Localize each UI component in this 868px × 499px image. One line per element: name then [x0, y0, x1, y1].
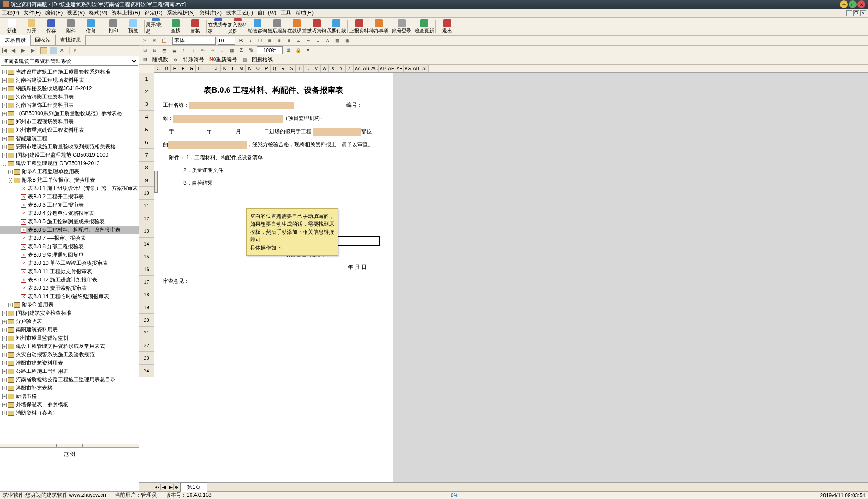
- special-char-button[interactable]: 特殊符号: [181, 56, 206, 63]
- col-header[interactable]: T: [296, 65, 304, 72]
- col-header[interactable]: H: [196, 65, 204, 72]
- exit-button[interactable]: 退出: [437, 18, 457, 35]
- expert-button[interactable]: 在线找专家: [208, 18, 228, 35]
- tree-node[interactable]: [+]河南省装饰工程资料用表: [0, 101, 139, 109]
- side-tab[interactable]: 查找结果: [55, 35, 86, 45]
- row-header[interactable]: 7: [139, 149, 154, 162]
- tree-node[interactable]: [+]河南省质检站公路工程施工监理用表总目录: [0, 376, 139, 384]
- mdi-restore[interactable]: ❐: [853, 10, 859, 16]
- tree-twisty[interactable]: [+]: [2, 411, 7, 415]
- col-header[interactable]: G: [187, 65, 196, 72]
- year-field[interactable]: [176, 128, 207, 135]
- col-header[interactable]: S: [287, 65, 296, 72]
- save-button[interactable]: 保存: [41, 18, 61, 35]
- sort-asc-icon[interactable]: ↑: [180, 46, 187, 54]
- row-header[interactable]: 16: [139, 263, 154, 276]
- symbol-icon[interactable]: ⊕: [172, 56, 180, 64]
- tree-twisty[interactable]: [+]: [2, 386, 7, 390]
- col-header[interactable]: AE: [387, 65, 395, 72]
- tree-node[interactable]: X表B.0.9 监理通知回复单: [0, 251, 139, 259]
- percent-icon[interactable]: %: [247, 46, 255, 54]
- collapse-handle[interactable]: [154, 171, 158, 193]
- filter-icon[interactable]: ▼: [72, 47, 79, 54]
- tree-twisty[interactable]: [+]: [2, 311, 7, 316]
- col-header[interactable]: AG: [404, 65, 412, 72]
- menu-item[interactable]: 帮助(H): [296, 10, 314, 16]
- col-header[interactable]: AB: [362, 65, 370, 72]
- tree-twisty[interactable]: [+]: [2, 70, 7, 74]
- login-button[interactable]: 账号登录: [392, 18, 411, 35]
- tree-twisty[interactable]: [+]: [2, 95, 7, 99]
- indent-dec-icon[interactable]: ⇤: [199, 46, 207, 54]
- row-header[interactable]: 8: [139, 162, 154, 174]
- col-header[interactable]: I: [204, 65, 212, 72]
- menu-item[interactable]: 窗口(W): [258, 10, 276, 16]
- valign-top-icon[interactable]: ⫠: [295, 37, 303, 45]
- tree-node[interactable]: [+]郑州市重点建设工程资料用表: [0, 126, 139, 134]
- row-header[interactable]: 13: [139, 225, 154, 238]
- tree-node[interactable]: [+]智能建筑工程: [0, 134, 139, 143]
- delete-icon[interactable]: ✕: [60, 47, 67, 54]
- sum-icon[interactable]: Σ: [237, 46, 245, 54]
- print-icon[interactable]: 🖶: [285, 46, 293, 54]
- col-header[interactable]: AH: [412, 65, 420, 72]
- col-header[interactable]: J: [212, 65, 221, 72]
- col-header[interactable]: O: [254, 65, 262, 72]
- tree-node[interactable]: X表B.0.1 施工组织设计/（专项）施工方案报审表: [0, 184, 139, 193]
- col-header[interactable]: P: [262, 65, 271, 72]
- row-header[interactable]: 23: [139, 352, 154, 365]
- tree-node[interactable]: [+][国标]建筑安全检查标准: [0, 309, 139, 317]
- valign-bot-icon[interactable]: ⫠: [314, 37, 322, 45]
- col-header[interactable]: W: [321, 65, 329, 72]
- tab-next[interactable]: ▶: [167, 484, 174, 490]
- tree-twisty[interactable]: [+]: [2, 327, 7, 332]
- print-button[interactable]: 打印: [103, 18, 123, 35]
- tree-node[interactable]: X表B.0.14 工程临时/最终延期报审表: [0, 292, 139, 301]
- align-left-icon[interactable]: ≡: [266, 37, 274, 45]
- col-header[interactable]: V: [312, 65, 321, 72]
- sticky-note[interactable]: 空白的位置是需要自己手动填写的，如果想要自动生成的话，需要找到原模板，然后手动添…: [246, 208, 338, 256]
- tree-node[interactable]: X表B.0.4 分包单位资格报审表: [0, 209, 139, 218]
- row-header[interactable]: 1: [139, 73, 154, 85]
- tree-twisty[interactable]: [+]: [2, 394, 7, 399]
- upload-button[interactable]: 上报资料: [349, 18, 369, 35]
- tree-twisty[interactable]: [+]: [2, 336, 7, 341]
- nav-first-icon[interactable]: |◀: [2, 47, 9, 54]
- indent-inc-icon[interactable]: ⇥: [208, 46, 216, 54]
- tree-node[interactable]: X表B.0.11 工程款支付报审表: [0, 267, 139, 276]
- tree-twisty[interactable]: [+]: [2, 86, 7, 91]
- tree-node[interactable]: X表B.0.10 单位工程竣工验收报审表: [0, 259, 139, 267]
- attach-button[interactable]: 附件: [61, 18, 81, 35]
- tree-node[interactable]: X表B.0.12 施工进度计划报审表: [0, 276, 139, 284]
- underline-icon[interactable]: U: [256, 37, 264, 45]
- sort-desc-icon[interactable]: ↓: [189, 46, 197, 54]
- location-field[interactable]: [313, 128, 361, 136]
- mdi-close[interactable]: ×: [860, 10, 866, 16]
- nav-last-icon[interactable]: ▶|: [31, 47, 38, 54]
- tree-twisty[interactable]: [+]: [2, 352, 7, 357]
- menu-item[interactable]: 资料上报(R): [112, 10, 140, 16]
- tree-twisty[interactable]: [+]: [2, 344, 7, 349]
- del-row-icon[interactable]: ⊟: [151, 46, 159, 54]
- tree-node[interactable]: X表B.0.6 工程材料、构配件、设备报审表: [0, 226, 139, 234]
- tree-node[interactable]: [+]郑州市质量监督站监制: [0, 334, 139, 342]
- todo-button[interactable]: 待办事项: [369, 18, 388, 35]
- tips-button[interactable]: 技巧集锦: [307, 18, 326, 35]
- copy-icon[interactable]: [40, 47, 47, 54]
- font-size[interactable]: [218, 37, 235, 45]
- tree-node[interactable]: X表B.0.5 施工控制测量成果报验表: [0, 218, 139, 226]
- tree-node[interactable]: [+]火灾自动报警系统施工及验收规范: [0, 351, 139, 359]
- row-header[interactable]: 18: [139, 288, 154, 301]
- menu-item[interactable]: 视图(V): [67, 10, 85, 16]
- menu-item[interactable]: 工程(P): [2, 10, 19, 16]
- class-button[interactable]: 在线课堂: [287, 18, 307, 35]
- dice-icon[interactable]: ⚄: [141, 56, 149, 64]
- row-header[interactable]: 4: [139, 111, 154, 123]
- row-header[interactable]: 24: [139, 365, 154, 377]
- tree-node[interactable]: [+]《GB50300系列施工质量验收规范》参考表格: [0, 109, 139, 118]
- cut-icon[interactable]: ✂: [141, 37, 149, 45]
- material-field[interactable]: [168, 141, 247, 149]
- find-button[interactable]: 查找: [166, 18, 185, 35]
- mdi-min[interactable]: _: [846, 10, 852, 16]
- align-center-icon[interactable]: ≡: [275, 37, 283, 45]
